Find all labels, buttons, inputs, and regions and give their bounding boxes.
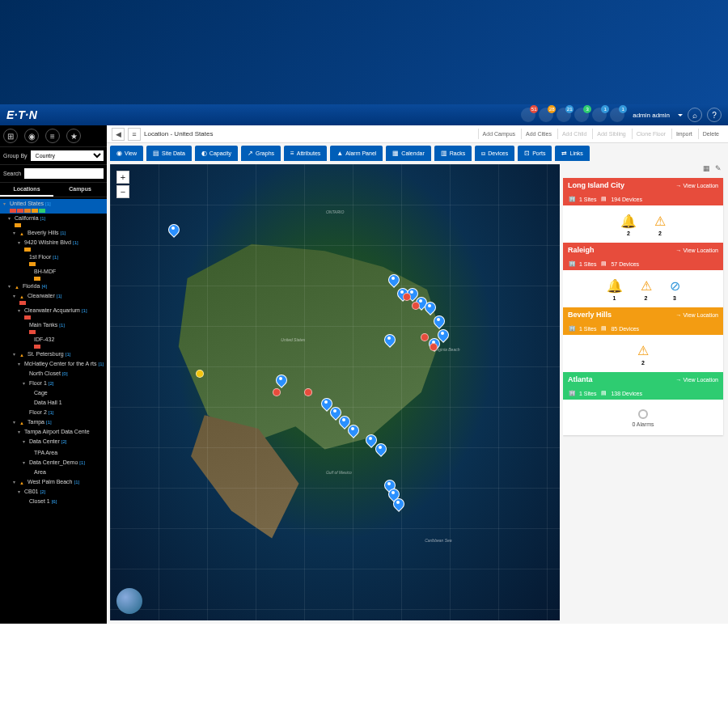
tree-node[interactable]: ▾McHatley Center for the A rts [1] bbox=[0, 359, 107, 369]
map-globe-reset-button[interactable] bbox=[116, 588, 142, 614]
tree-node[interactable]: Closet 1 [6] bbox=[0, 497, 107, 506]
tab-site-data[interactable]: ▤Site Data bbox=[146, 146, 192, 161]
tree-node[interactable]: Data Hall 1 bbox=[0, 398, 107, 408]
map-pin[interactable] bbox=[393, 498, 403, 511]
tree-node[interactable]: Floor 2 [1] bbox=[0, 408, 107, 417]
map-pin[interactable] bbox=[434, 315, 443, 328]
tree-node[interactable]: ▾Beverly Hills [1] bbox=[0, 228, 107, 238]
building-icon: 🏢 bbox=[568, 195, 576, 203]
tree-node[interactable]: ▾Data Center_Demo [1] bbox=[0, 458, 107, 468]
tree-node[interactable]: 1st Floor [1] bbox=[0, 252, 107, 267]
user-menu-caret-icon[interactable] bbox=[678, 114, 683, 116]
sidebar-mode-grid-icon[interactable]: ⊞ bbox=[3, 129, 18, 143]
devices-icon: ▤ bbox=[599, 389, 607, 397]
map-pin[interactable] bbox=[348, 425, 358, 438]
action-delete[interactable]: Delete bbox=[698, 129, 723, 139]
sidebar-tab-campus[interactable]: Campus bbox=[53, 183, 107, 197]
tab-racks[interactable]: ▥Racks bbox=[434, 146, 472, 161]
tab-calendar[interactable]: ▦Calendar bbox=[386, 146, 430, 161]
sidebar-mode-list-icon[interactable]: ≡ bbox=[45, 129, 60, 143]
card-grid-toggle-icon[interactable]: ▦ bbox=[703, 164, 710, 174]
action-import[interactable]: Import bbox=[671, 129, 696, 139]
tree-node[interactable]: ▾United States [1] bbox=[0, 199, 107, 214]
user-label[interactable]: admin admin bbox=[633, 112, 670, 119]
map-pin[interactable] bbox=[425, 302, 434, 315]
tree-node[interactable]: ▾California [1] bbox=[0, 214, 107, 228]
tree-node[interactable]: BH-MDF bbox=[0, 267, 107, 281]
map-alert-dot-critical[interactable] bbox=[421, 333, 429, 341]
map-pin[interactable] bbox=[384, 334, 394, 347]
tree-node[interactable]: Main Tanks [1] bbox=[0, 320, 107, 335]
nav-status-icon[interactable]: 28 bbox=[539, 108, 553, 122]
tree-node[interactable]: ▾9420 Wilshire Blvd [1] bbox=[0, 238, 107, 252]
action-add-campus[interactable]: Add Campus bbox=[478, 129, 519, 139]
tab-ports[interactable]: ⊡Ports bbox=[518, 146, 552, 161]
map-zoom-out-button[interactable]: − bbox=[116, 185, 129, 198]
map-alert-dot-critical[interactable] bbox=[273, 388, 281, 396]
tree-node[interactable]: ▾Florida [4] bbox=[0, 281, 107, 291]
sidebar-mode-star-icon[interactable]: ★ bbox=[66, 129, 81, 143]
tree-node[interactable]: IDF-432 bbox=[0, 335, 107, 349]
card-edit-icon[interactable]: ✎ bbox=[715, 164, 722, 174]
card-title: Long Island City bbox=[568, 181, 624, 189]
map-alert-dot-critical[interactable] bbox=[304, 388, 312, 396]
tab-devices[interactable]: ⧈Devices bbox=[475, 146, 514, 161]
tree-node[interactable]: North Closet [0] bbox=[0, 369, 107, 379]
view-location-link[interactable]: → View Location bbox=[676, 183, 718, 188]
map-alert-dot-critical[interactable] bbox=[412, 302, 420, 310]
nav-status-icon[interactable]: 51 bbox=[521, 108, 535, 122]
group-by-label: Group By bbox=[3, 153, 28, 159]
breadcrumb-menu-button[interactable]: ≡ bbox=[128, 128, 141, 141]
nav-status-icon[interactable]: 21 bbox=[557, 108, 571, 122]
tree-node[interactable]: ▾Tampa Airport Data Cente bbox=[0, 427, 107, 437]
view-location-link[interactable]: → View Location bbox=[676, 377, 718, 383]
tree-node[interactable]: ▾Clearwater [1] bbox=[0, 291, 107, 306]
search-icon[interactable]: ⌕ bbox=[688, 108, 702, 122]
search-input[interactable] bbox=[24, 168, 104, 179]
tree-node[interactable]: ▾CB01 [2] bbox=[0, 487, 107, 497]
map-pin[interactable] bbox=[276, 375, 286, 387]
map-pin[interactable] bbox=[168, 224, 178, 237]
tab-links[interactable]: ⇄Links bbox=[555, 146, 589, 161]
sidebar-mode-globe-icon[interactable]: ◉ bbox=[24, 129, 39, 143]
status-chip bbox=[24, 248, 31, 252]
view-location-link[interactable]: → View Location bbox=[676, 248, 718, 253]
map-zoom-in-button[interactable]: + bbox=[116, 171, 129, 184]
nav-status-icon[interactable]: 1 bbox=[592, 108, 607, 122]
tree-node[interactable]: Cage bbox=[0, 388, 107, 398]
map-pin[interactable] bbox=[388, 274, 398, 287]
nav-status-icon[interactable]: 1 bbox=[610, 108, 624, 122]
map-alert-dot-critical[interactable] bbox=[430, 343, 438, 351]
tree-node[interactable]: ▾Tampa [1] bbox=[0, 417, 107, 427]
map-pin[interactable] bbox=[375, 443, 385, 456]
tab-icon: ▤ bbox=[153, 150, 159, 157]
tree-node[interactable]: ▾Clearwater Acquarium [1] bbox=[0, 306, 107, 320]
nav-status-icon[interactable]: 3 bbox=[574, 108, 589, 122]
tree-node[interactable]: ▾St. Petersburg [1] bbox=[0, 349, 107, 359]
tab-view[interactable]: ◉View bbox=[110, 146, 143, 161]
tree-node[interactable]: TPA Area bbox=[0, 448, 107, 458]
tree-node[interactable]: ▾Data Center [2] bbox=[0, 437, 107, 447]
help-icon[interactable]: ? bbox=[707, 108, 722, 122]
action-add-cities[interactable]: Add Cities bbox=[521, 129, 556, 139]
map-alert-dot-warning[interactable] bbox=[196, 370, 204, 378]
sidebar-tab-locations[interactable]: Locations bbox=[0, 183, 53, 197]
tree-node[interactable]: Area bbox=[0, 468, 107, 477]
top-bar-right: 512821311 admin admin ⌕ ? bbox=[521, 108, 722, 122]
tab-capacity[interactable]: ◐Capacity bbox=[195, 146, 238, 161]
warning-icon bbox=[19, 351, 26, 358]
tab-attributes[interactable]: ≡Attributes bbox=[284, 146, 327, 161]
map-view[interactable]: ONTARIOUnited StatesGulf of MexicoCaribb… bbox=[110, 164, 560, 620]
view-location-link[interactable]: → View Location bbox=[676, 312, 718, 318]
alarm-warn-icon: ⚠ bbox=[641, 278, 652, 294]
status-chip bbox=[29, 262, 36, 266]
alarm-bell-icon: 🔔 bbox=[620, 214, 637, 229]
map-alert-dot-critical[interactable] bbox=[403, 293, 411, 301]
group-by-select[interactable]: Country bbox=[31, 150, 104, 161]
breadcrumb-back-button[interactable]: ◀ bbox=[112, 128, 125, 141]
tab-alarm-panel[interactable]: ▲Alarm Panel bbox=[330, 146, 383, 161]
tree-node[interactable]: ▾Floor 1 [2] bbox=[0, 379, 107, 388]
tree-node[interactable]: ▾West Palm Beach [1] bbox=[0, 477, 107, 487]
building-icon: 🏢 bbox=[568, 324, 576, 332]
tab-graphs[interactable]: ↗Graphs bbox=[241, 146, 281, 161]
